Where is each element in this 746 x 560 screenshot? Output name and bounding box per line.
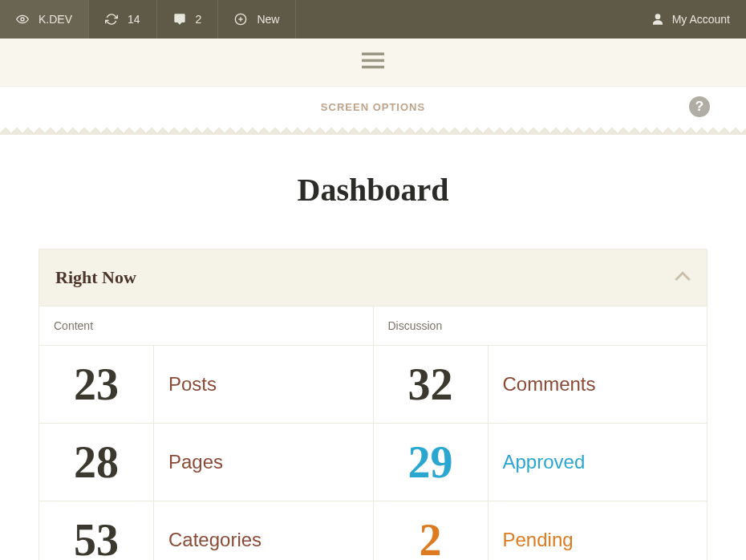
widget-title: Right Now [55,267,136,288]
svg-rect-6 [362,65,384,68]
chevron-up-icon [675,270,691,282]
hamburger-icon [362,52,384,70]
widget-header: Right Now [39,250,707,306]
content-count[interactable]: 53 [39,501,154,560]
right-now-widget: Right Now Content Discussion 23Posts32Co… [39,249,707,560]
stat-row: 28Pages29Approved [39,423,707,501]
new-label: New [257,13,279,26]
question-icon: ? [695,99,703,115]
eye-icon [16,13,29,26]
options-row: SCREEN OPTIONS ? [0,87,746,127]
discussion-label[interactable]: Comments [489,346,707,423]
comment-icon [173,13,186,26]
widget-column-headers: Content Discussion [39,306,707,345]
help-button[interactable]: ? [689,96,710,117]
screen-options-toggle[interactable]: SCREEN OPTIONS [321,101,425,113]
col-discussion: Discussion [374,306,707,345]
content-count[interactable]: 23 [39,346,154,423]
divider-zigzag [0,127,746,135]
page-title: Dashboard [0,171,746,209]
svg-rect-4 [362,52,384,55]
discussion-label[interactable]: Approved [489,424,707,501]
discussion-label[interactable]: Pending [489,501,707,560]
comments-count: 2 [196,13,202,26]
col-content: Content [39,306,374,345]
discussion-count[interactable]: 32 [374,346,489,423]
site-link[interactable]: K.DEV [0,0,89,39]
discussion-count[interactable]: 29 [374,424,489,501]
my-account-label: My Account [672,13,730,26]
svg-point-0 [21,18,24,21]
content-label[interactable]: Pages [154,424,374,501]
main-nav-strip [0,39,746,87]
plus-circle-icon [234,13,247,26]
refresh-icon [105,13,118,26]
widget-stats: 23Posts32Comments28Pages29Approved53Cate… [39,345,707,560]
admin-top-bar: K.DEV 14 2 New My Account [0,0,746,39]
menu-toggle[interactable] [362,52,384,73]
updates-link[interactable]: 14 [89,0,157,39]
new-link[interactable]: New [218,0,296,39]
updates-count: 14 [128,13,140,26]
content-label[interactable]: Posts [154,346,374,423]
site-name: K.DEV [39,13,72,26]
stat-row: 23Posts32Comments [39,345,707,423]
stat-row: 53Categories2Pending [39,501,707,560]
my-account-link[interactable]: My Account [635,0,746,39]
content-count[interactable]: 28 [39,424,154,501]
widget-collapse-toggle[interactable] [675,270,691,285]
user-icon [651,13,664,26]
content-label[interactable]: Categories [154,501,374,560]
discussion-count[interactable]: 2 [374,501,489,560]
spacer [296,0,635,39]
comments-link[interactable]: 2 [157,0,219,39]
svg-rect-5 [362,59,384,62]
